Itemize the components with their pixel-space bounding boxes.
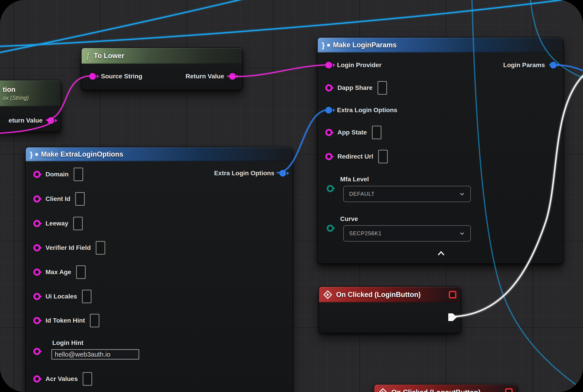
on-clicked-logoutbutton-node[interactable]: On Clicked (LogoutButton)	[374, 384, 518, 392]
on-clicked-logoutbutton-title: On Clicked (LogoutButton)	[391, 388, 480, 392]
login-hint-pin[interactable]	[33, 348, 40, 355]
wire-cyan-steep[interactable]	[0, 0, 245, 53]
blueprint-graph-canvas[interactable]: tion ox (String) eturn Value ƒ To Lower …	[0, 0, 583, 392]
login-params-out-row: Login Params	[503, 62, 557, 69]
function-icon: ƒ	[86, 51, 90, 60]
delegate-pin-icon[interactable]	[505, 388, 513, 392]
app-state-value-box[interactable]	[372, 126, 382, 139]
event-diamond-icon	[323, 290, 332, 300]
on-clicked-loginbutton-node[interactable]: On Clicked (LoginButton)	[318, 286, 461, 333]
max-age-pin[interactable]	[33, 268, 40, 276]
dapp-share-pin[interactable]	[325, 84, 332, 92]
extra-login-options-in-pin[interactable]	[325, 107, 332, 114]
client-id-value-box[interactable]	[75, 192, 85, 206]
on-clicked-loginbutton-title: On Clicked (LoginButton)	[336, 290, 420, 299]
make-extra-login-options-node[interactable]: } Make ExtraLoginOptions Extra Login Opt…	[25, 147, 293, 392]
to-lower-return-row: Return Value	[186, 73, 236, 80]
on-clicked-loginbutton-header: On Clicked (LoginButton)	[319, 287, 460, 302]
client-id-pin[interactable]	[33, 195, 40, 202]
id-token-hint-value-box[interactable]	[90, 314, 99, 327]
chevron-down-icon	[459, 191, 465, 197]
acr-values-pin[interactable]	[33, 375, 40, 382]
make-extra-login-options-header: } Make ExtraLoginOptions	[26, 147, 292, 161]
to-lower-node[interactable]: ƒ To Lower Source String Return Value	[81, 48, 242, 90]
partial-node-subtitle: ox (String)	[3, 94, 28, 101]
partial-return-value-row: eturn Value	[8, 117, 54, 124]
to-lower-header: ƒ To Lower	[82, 48, 242, 64]
id-token-hint-pin[interactable]	[33, 317, 40, 324]
make-login-params-node[interactable]: } Make LoginParams Login Params Login Pr…	[317, 37, 564, 264]
partial-function-node-header: tion ox (String)	[0, 80, 60, 106]
domain-value-box[interactable]	[74, 168, 83, 181]
make-login-params-header: } Make LoginParams	[318, 38, 563, 52]
login-provider-pin[interactable]	[325, 62, 332, 68]
curve-dropdown[interactable]: SECP256K1	[343, 225, 471, 242]
app-state-pin[interactable]	[325, 129, 332, 136]
chevron-down-icon	[459, 230, 465, 236]
domain-pin[interactable]	[33, 171, 40, 178]
leeway-pin[interactable]	[33, 220, 40, 227]
leeway-value-box[interactable]	[73, 217, 83, 230]
client-id-row: Client Id	[33, 192, 85, 206]
login-provider-row: Login Provider	[325, 62, 382, 69]
dapp-share-value-box[interactable]	[378, 81, 387, 94]
to-lower-return-pin[interactable]	[229, 73, 236, 80]
wire-cyan-steep[interactable]	[0, 0, 245, 53]
curve-label: Curve	[340, 215, 358, 222]
mfa-level-pin[interactable]	[327, 185, 334, 192]
extra-login-options-out-pin[interactable]	[279, 170, 286, 177]
to-lower-title: To Lower	[94, 52, 124, 60]
ui-locales-row: Ui Locales	[33, 290, 92, 303]
curve-pin[interactable]	[327, 224, 334, 232]
mfa-level-label: Mfa Level	[340, 176, 369, 183]
on-clicked-logoutbutton-header: On Clicked (LogoutButton)	[374, 384, 517, 392]
redirect-url-value-box[interactable]	[378, 150, 388, 163]
extra-login-options-out-row: Extra Login Options	[214, 170, 286, 177]
mfa-level-dropdown[interactable]: DEFAULT	[343, 186, 471, 202]
event-diamond-icon	[378, 388, 388, 392]
source-string-row: Source String	[89, 73, 142, 80]
max-age-row: Max Age	[33, 266, 86, 279]
partial-function-node[interactable]: tion ox (String) eturn Value	[0, 80, 61, 132]
partial-node-title: tion	[3, 86, 16, 94]
ui-locales-pin[interactable]	[33, 293, 40, 300]
ui-locales-value-box[interactable]	[82, 290, 92, 303]
make-struct-icon: }	[322, 41, 329, 49]
return-value-pin[interactable]	[48, 117, 54, 124]
verifier-id-field-row: Verifier Id Field	[33, 241, 105, 254]
leeway-row: Leeway	[33, 217, 83, 230]
dapp-share-row: Dapp Share	[325, 81, 387, 94]
domain-row: Domain	[33, 168, 83, 181]
make-login-params-title: Make LoginParams	[333, 41, 397, 49]
make-extra-login-options-title: Make ExtraLoginOptions	[41, 150, 123, 158]
delegate-pin-icon[interactable]	[449, 291, 456, 298]
verifier-id-field-value-box[interactable]	[96, 241, 105, 254]
extra-login-options-in-row: Extra Login Options	[325, 106, 398, 114]
app-state-row: App State	[325, 126, 382, 139]
redirect-url-pin[interactable]	[325, 153, 332, 160]
login-hint-label: Login Hint	[52, 339, 83, 346]
make-struct-icon: }	[30, 150, 38, 158]
chevron-up-icon	[437, 250, 445, 256]
login-hint-input[interactable]	[51, 349, 139, 360]
redirect-url-row: Redirect Url	[325, 150, 388, 163]
acr-values-row: Acr Values	[33, 372, 92, 386]
max-age-value-box[interactable]	[76, 266, 86, 279]
id-token-hint-row: Id Token Hint	[33, 314, 99, 327]
login-params-out-pin[interactable]	[550, 62, 557, 68]
source-string-pin[interactable]	[89, 73, 96, 80]
exec-out-pin[interactable]	[448, 313, 457, 321]
verifier-id-field-pin[interactable]	[33, 244, 40, 252]
collapse-node-button[interactable]	[434, 249, 448, 258]
acr-values-value-box[interactable]	[83, 372, 92, 386]
